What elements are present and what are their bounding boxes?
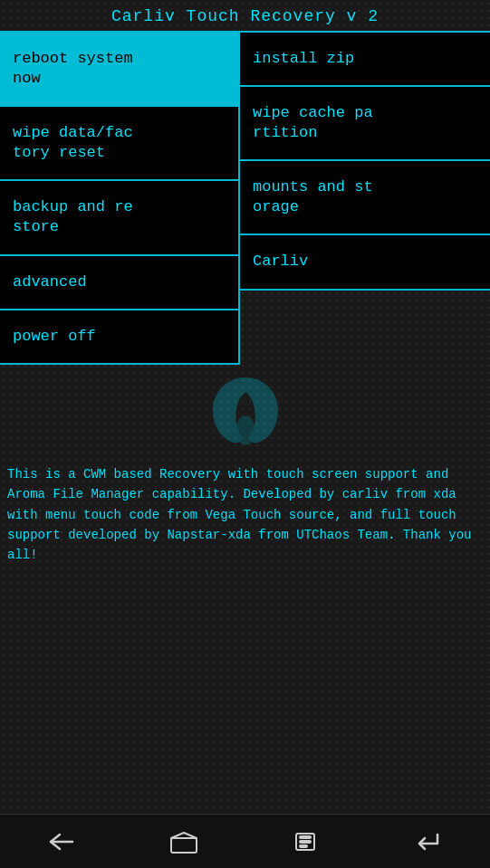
menu-item-reboot[interactable]: reboot systemnow [0,33,238,107]
recent-button[interactable] [283,824,329,860]
right-menu: install zip wipe cache partition mounts … [240,33,490,365]
logo-icon [205,369,286,451]
menu-item-wipe[interactable]: wipe data/factory reset [0,107,238,181]
svg-rect-5 [300,841,311,843]
svg-rect-4 [300,836,311,838]
description-text: This is a CWM based Recovery with touch … [0,455,490,573]
menu-item-wipe-cache[interactable]: wipe cache partition [240,87,490,161]
menu-item-poweroff[interactable]: power off [0,310,238,365]
svg-rect-2 [171,838,197,853]
menu-item-install-zip[interactable]: install zip [240,33,490,87]
menu-item-carliv[interactable]: Carliv [240,235,490,290]
app-title: Carliv Touch Recovery v 2 [0,0,490,31]
bottom-nav-bar [0,814,490,868]
menu-container: reboot systemnow wipe data/factory reset… [0,31,490,365]
menu-item-backup[interactable]: backup and restore [0,181,238,255]
left-menu: reboot systemnow wipe data/factory reset… [0,33,240,365]
svg-rect-6 [300,845,307,847]
menu-item-mounts[interactable]: mounts and storage [240,161,490,235]
enter-button[interactable] [406,824,451,860]
logo-area [0,365,490,455]
home-button[interactable] [161,824,207,860]
menu-item-advanced[interactable]: advanced [0,256,238,310]
svg-point-0 [235,415,255,444]
back-button[interactable] [39,824,84,860]
